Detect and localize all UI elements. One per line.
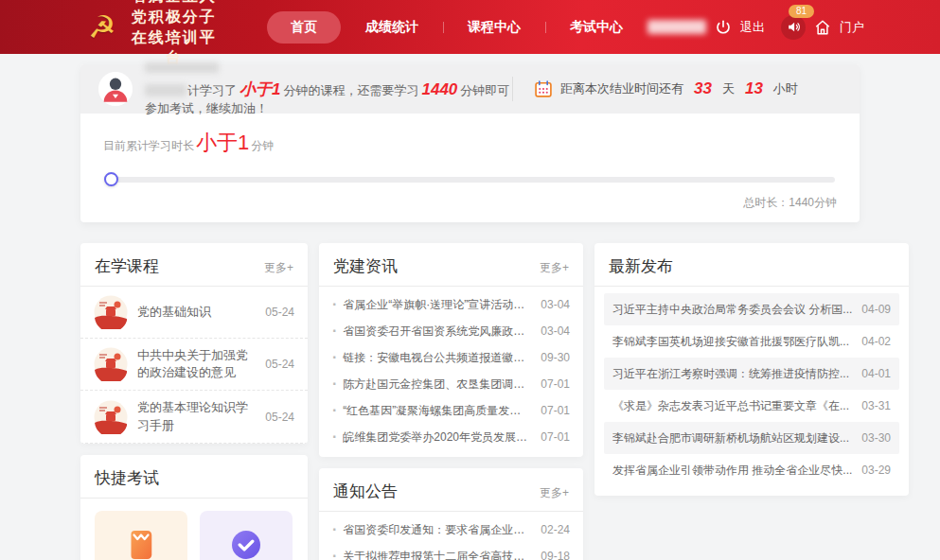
latest-item[interactable]: 李锦斌李国英机场迎接安徽首批援鄂医疗队凯... 04-02 xyxy=(604,325,899,358)
study-summary-text: 计学习了小于1分钟的课程，还需要学习1440分钟即可参加考试，继续加油！ xyxy=(145,61,512,117)
news-title: 陈方赴国元金控集团、农垦集团调研督导 xyxy=(343,376,531,393)
main-nav: 首页 成绩统计 课程中心 考试中心 xyxy=(267,11,647,44)
notices-list: 省国资委印发通知：要求省属企业认真贯彻落... 02-24 关于拟推荐申报第十二… xyxy=(319,512,583,560)
latest-item[interactable]: 《求是》杂志发表习近平总书记重要文章《在... 03-31 xyxy=(604,390,899,422)
latest-title: 习近平主持中央政治局常务委员会会议 分析国... xyxy=(612,302,852,318)
study-summary: 计学习了小于1分钟的课程，还需要学习1440分钟即可参加考试，继续加油！ xyxy=(98,61,512,117)
news-item[interactable]: 陈方赴国元金控集团、农垦集团调研督导 07-01 xyxy=(319,371,583,397)
nav-item[interactable]: 成绩统计 xyxy=(341,11,443,44)
latest-title: 《求是》杂志发表习近平总书记重要文章《在... xyxy=(612,398,852,414)
course-date: 05-24 xyxy=(265,306,294,319)
news-item[interactable]: 省属企业“举旗帜·送理论”宣讲活动走进华安... 03-04 xyxy=(319,291,583,318)
card-title: 通知公告 xyxy=(333,481,398,502)
news-item[interactable]: “红色基因”凝聚海螺集团高质量发展磅礴力... 07-01 xyxy=(319,397,583,424)
study-text-prefix: 计学习了 xyxy=(187,83,237,97)
courses-more-link[interactable]: 更多+ xyxy=(264,260,293,276)
nav-item-label: 首页 xyxy=(291,19,317,34)
countdown-days-unit: 天 xyxy=(722,80,735,97)
site-title: 省属企业入党积极分子 在线培训平台 xyxy=(125,0,223,68)
content-grid: 在学课程 更多+ 党的基础知识 xyxy=(80,243,860,560)
portal-link[interactable]: 门户 xyxy=(840,19,864,36)
news-item[interactable]: 链接：安徽电视台公共频道报道徽商职业学院... 09-30 xyxy=(319,344,583,371)
card-title: 最新发布 xyxy=(609,255,673,277)
latest-title: 习近平在浙江考察时强调：统筹推进疫情防控... xyxy=(612,366,852,382)
news-date: 07-01 xyxy=(541,430,570,444)
course-item[interactable]: 党的基础知识 05-24 xyxy=(80,287,308,339)
power-icon[interactable] xyxy=(715,19,732,36)
nav-item-label: 考试中心 xyxy=(570,19,623,34)
news-date: 09-30 xyxy=(541,351,570,364)
latest-item[interactable]: 李锦斌赴合肥市调研新桥机场航站区规划建设... 03-30 xyxy=(604,422,899,454)
quick-exam-card: 快捷考试 模拟考试 结业考试 xyxy=(80,455,308,560)
news-title: 省属企业“举旗帜·送理论”宣讲活动走进华安... xyxy=(343,297,531,313)
notices-more-link[interactable]: 更多+ xyxy=(540,485,569,501)
home-icon[interactable] xyxy=(814,19,831,36)
exam-tiles: 模拟考试 结业考试 xyxy=(80,499,308,560)
latest-date: 03-30 xyxy=(861,431,891,445)
latest-card-header: 最新发布 xyxy=(594,243,909,287)
progress-label: 目前累计学习时长小于1分钟 xyxy=(103,129,837,157)
notice-title: 省国资委印发通知：要求省属企业认真贯彻落... xyxy=(343,522,531,538)
final-exam-button[interactable]: 结业考试 xyxy=(200,511,293,560)
latest-date: 04-09 xyxy=(861,303,891,316)
announcement-button[interactable]: 81 xyxy=(781,15,806,40)
latest-date: 03-29 xyxy=(861,464,891,477)
course-item[interactable]: 党的基本理论知识学习手册 05-24 xyxy=(80,391,308,443)
slider-handle[interactable] xyxy=(104,172,118,186)
blurred-text xyxy=(145,84,186,96)
course-date: 05-24 xyxy=(265,411,294,424)
notices-card: 通知公告 更多+ 省国资委印发通知：要求省属企业认真贯彻落... 02-24 关… xyxy=(319,468,583,560)
needed-minutes-value: 1440 xyxy=(421,80,457,98)
study-progress-slider[interactable] xyxy=(105,172,835,186)
latest-item[interactable]: 习近平在浙江考察时强调：统筹推进疫情防控... 04-01 xyxy=(604,358,899,390)
nav-item[interactable]: 首页 xyxy=(267,11,341,44)
notice-date: 09-18 xyxy=(541,550,570,560)
course-list: 党的基础知识 05-24 中共中央关于加强党的政治建设的意 xyxy=(80,287,308,444)
notice-title: 关于拟推荐申报第十二届全省高技能人才评选... xyxy=(343,549,531,560)
check-circle-icon xyxy=(229,528,263,560)
party-emblem-icon: ☭ xyxy=(88,11,116,43)
course-title: 中共中央关于加强党的政治建设的意见 xyxy=(137,347,256,381)
logout-button[interactable]: 退出 xyxy=(740,19,765,36)
latest-item[interactable]: 发挥省属企业引领带动作用 推动全省企业尽快... 03-29 xyxy=(604,454,899,486)
card-title: 快捷考试 xyxy=(95,467,159,489)
user-area: 退出 81 门户 xyxy=(647,15,864,40)
news-item[interactable]: 省国资委召开省国资系统党风廉政建设和反腐... 03-04 xyxy=(319,318,583,344)
latest-title: 李锦斌李国英机场迎接安徽首批援鄂医疗队凯... xyxy=(612,334,852,350)
right-column: 最新发布 习近平主持中央政治局常务委员会会议 分析国... 04-09 李锦斌李… xyxy=(594,243,909,496)
app-header: ☭ 省属企业入党积极分子 在线培训平台 首页 成绩统计 课程中心 考试中心 退出… xyxy=(0,0,940,54)
latest-date: 04-02 xyxy=(861,335,891,348)
party-news-card: 党建资讯 更多+ 省属企业“举旗帜·送理论”宣讲活动走进华安... 03-04 … xyxy=(319,243,583,457)
blurred-username-strip xyxy=(145,62,219,73)
blurred-username xyxy=(647,20,706,34)
news-title: “红色基因”凝聚海螺集团高质量发展磅礴力... xyxy=(343,403,531,419)
notice-date: 02-24 xyxy=(541,523,570,536)
news-item[interactable]: 皖维集团党委举办2020年党员发展对象培训班... 07-01 xyxy=(319,424,583,450)
studied-minutes-value: 小于1 xyxy=(239,80,280,98)
progress-section: 目前累计学习时长小于1分钟 总时长：1440分钟 xyxy=(80,114,860,222)
mock-exam-button[interactable]: 模拟考试 xyxy=(95,511,187,560)
quick-exam-card-header: 快捷考试 xyxy=(80,455,308,499)
progress-value: 小于1 xyxy=(196,131,249,154)
notice-item[interactable]: 关于拟推荐申报第十二届全省高技能人才评选... 09-18 xyxy=(319,543,583,560)
party-news-more-link[interactable]: 更多+ xyxy=(540,260,569,276)
nav-item[interactable]: 考试中心 xyxy=(545,11,647,44)
nav-item-label: 课程中心 xyxy=(468,19,521,34)
latest-title: 李锦斌赴合肥市调研新桥机场航站区规划建设... xyxy=(612,430,852,446)
party-news-list: 省属企业“举旗帜·送理论”宣讲活动走进华安... 03-04 省国资委召开省国资… xyxy=(319,287,583,457)
brand: ☭ 省属企业入党积极分子 在线培训平台 xyxy=(88,0,223,68)
course-item[interactable]: 中共中央关于加强党的政治建设的意见 05-24 xyxy=(80,339,308,391)
news-title: 链接：安徽电视台公共频道报道徽商职业学院... xyxy=(343,350,531,366)
notices-card-header: 通知公告 更多+ xyxy=(319,468,583,512)
nav-item[interactable]: 课程中心 xyxy=(443,11,545,44)
notice-item[interactable]: 省国资委印发通知：要求省属企业认真贯彻落... 02-24 xyxy=(319,516,583,543)
course-thumbnail xyxy=(94,400,128,434)
user-avatar xyxy=(98,71,133,107)
calendar-icon xyxy=(534,79,553,98)
course-title: 党的基本理论知识学习手册 xyxy=(137,399,256,433)
latest-item[interactable]: 习近平主持中央政治局常务委员会会议 分析国... 04-09 xyxy=(604,293,899,325)
progress-unit: 分钟 xyxy=(251,139,274,152)
course-date: 05-24 xyxy=(265,358,294,371)
speaker-icon xyxy=(787,20,801,34)
nav-item-label: 成绩统计 xyxy=(365,19,418,34)
